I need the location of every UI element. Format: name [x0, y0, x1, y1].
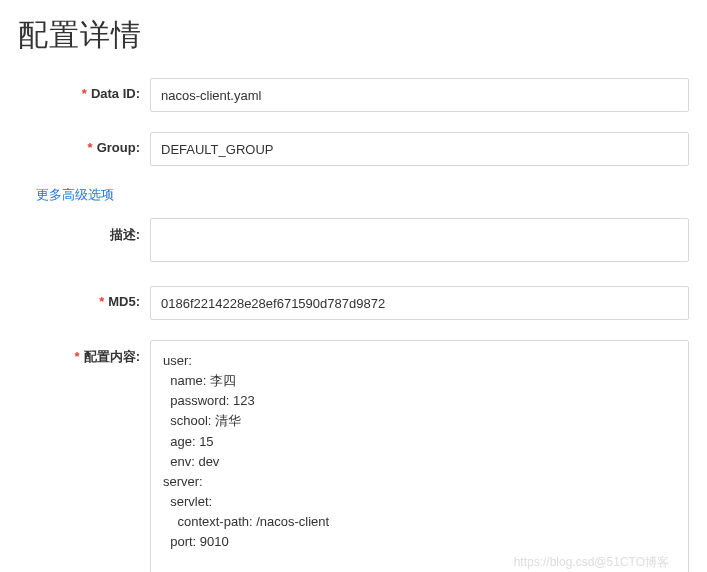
- row-group: *Group:: [18, 132, 689, 166]
- label-description: 描述:: [18, 218, 150, 244]
- label-md5: *MD5:: [18, 286, 150, 309]
- page-title: 配置详情: [18, 15, 689, 56]
- label-group-text: Group:: [97, 140, 140, 155]
- label-description-text: 描述:: [110, 227, 140, 242]
- advanced-options-link[interactable]: 更多高级选项: [36, 186, 689, 204]
- label-content-text: 配置内容:: [84, 349, 140, 364]
- group-input[interactable]: [150, 132, 689, 166]
- data-id-input[interactable]: [150, 78, 689, 112]
- row-content: *配置内容: user: name: 李四 password: 123 scho…: [18, 340, 689, 572]
- label-md5-text: MD5:: [108, 294, 140, 309]
- required-star-icon: *: [99, 294, 104, 309]
- label-data-id-text: Data ID:: [91, 86, 140, 101]
- row-md5: *MD5:: [18, 286, 689, 320]
- row-description: 描述:: [18, 218, 689, 266]
- watermark-text: https://blog.csd@51CTO博客: [514, 554, 669, 571]
- config-content-input[interactable]: user: name: 李四 password: 123 school: 清华 …: [150, 340, 689, 572]
- required-star-icon: *: [75, 349, 80, 364]
- required-star-icon: *: [88, 140, 93, 155]
- label-group: *Group:: [18, 132, 150, 155]
- label-data-id: *Data ID:: [18, 78, 150, 101]
- md5-input[interactable]: [150, 286, 689, 320]
- description-input[interactable]: [150, 218, 689, 262]
- config-detail-form: 配置详情 *Data ID: *Group: 更多高级选项 描述: *MD5:: [18, 15, 689, 572]
- label-content: *配置内容:: [18, 340, 150, 366]
- required-star-icon: *: [82, 86, 87, 101]
- row-data-id: *Data ID:: [18, 78, 689, 112]
